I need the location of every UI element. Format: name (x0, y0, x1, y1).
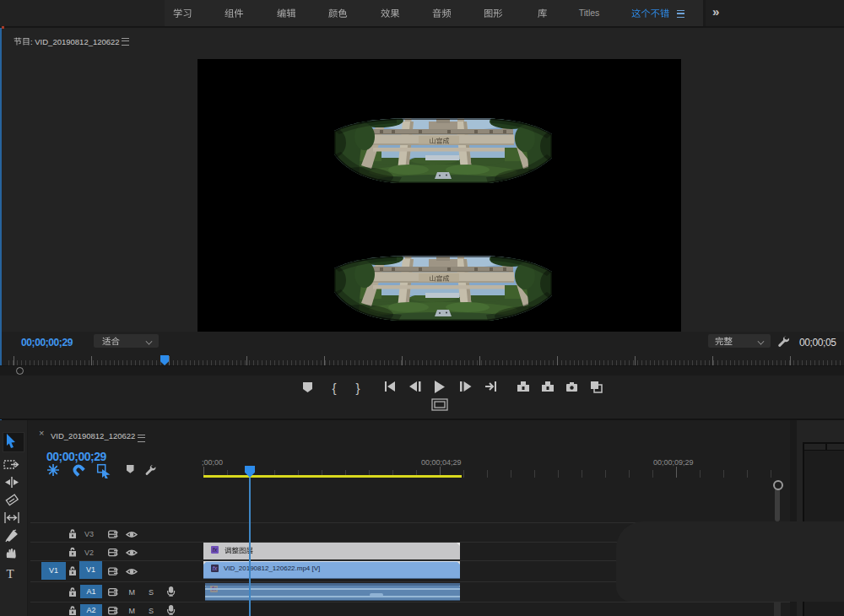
svg-text:T: T (6, 567, 14, 581)
svg-text:}: } (355, 381, 360, 395)
svg-text:{: { (332, 381, 336, 395)
